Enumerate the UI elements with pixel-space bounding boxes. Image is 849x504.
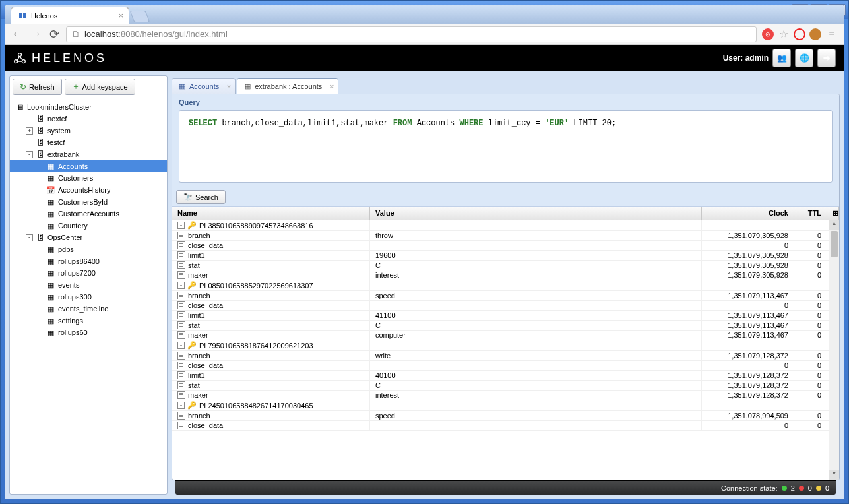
tree-node[interactable]: ▦rollups7200 <box>10 267 167 279</box>
column-header-ttl[interactable]: TTL <box>794 207 827 220</box>
tree-node-label: events_timeline <box>58 305 108 313</box>
splitter-handle[interactable]: … <box>226 194 835 201</box>
scroll-down-button[interactable]: ▼ <box>829 470 839 480</box>
tree-toggle-icon[interactable]: - <box>26 234 33 241</box>
property-name: stat <box>188 381 200 389</box>
grid-property-row[interactable]: close_data00 <box>172 361 839 371</box>
browser-tab-close-icon[interactable]: × <box>118 11 123 20</box>
search-button[interactable]: 🔭Search <box>176 190 226 204</box>
grid-property-row[interactable]: branchspeed1,351,079,113,4670 <box>172 291 839 301</box>
tree-node[interactable]: ▦rollups60 <box>10 327 167 338</box>
tab-close-icon[interactable]: × <box>227 82 231 90</box>
grid-property-row[interactable]: branchwrite1,351,079,128,3720 <box>172 351 839 361</box>
browser-new-tab-button[interactable] <box>130 11 150 22</box>
browser-menu-icon[interactable]: ≡ <box>825 28 838 40</box>
grid-key-row[interactable]: -🔑PL08501065885297022569613307 <box>172 280 839 291</box>
nav-back-button[interactable]: ← <box>11 27 24 41</box>
property-value <box>370 361 702 370</box>
tree-node[interactable]: ▦rollups86400 <box>10 255 167 267</box>
nav-forward-button[interactable]: → <box>29 27 42 41</box>
nav-reload-button[interactable]: ⟳ <box>47 27 61 42</box>
connections-button[interactable]: 🌐 <box>795 49 813 67</box>
tree-node[interactable]: -🗄OpsCenter <box>10 232 167 243</box>
bookmark-star-icon[interactable]: ☆ <box>778 28 790 40</box>
tree-node[interactable]: ▦settings <box>10 315 167 327</box>
scroll-up-button[interactable]: ▲ <box>829 220 839 230</box>
grid-property-row[interactable]: limit1411001,351,079,113,4670 <box>172 311 839 321</box>
grid-property-row[interactable]: makerinterest1,351,079,128,3720 <box>172 391 839 400</box>
tree-node[interactable]: ▦CustomersById <box>10 196 167 208</box>
tree-node[interactable]: 📅AccountsHistory <box>10 184 167 196</box>
refresh-button[interactable]: ↻Refresh <box>13 79 62 95</box>
column-config-button[interactable]: ⊞ <box>827 207 839 220</box>
main-tab[interactable]: ▦Accounts× <box>172 78 236 94</box>
property-value: C <box>370 321 702 330</box>
logout-button[interactable]: ➡ <box>817 49 836 67</box>
tree-node[interactable]: +🗄system <box>10 125 167 137</box>
tree-node[interactable]: ▦Countery <box>10 220 167 232</box>
row-key-name: PL24501065884826714170030465 <box>199 402 313 410</box>
row-toggle-icon[interactable]: - <box>177 222 185 229</box>
tree-toggle-icon[interactable]: - <box>26 151 33 158</box>
extension-icon[interactable] <box>794 28 805 40</box>
column-header-clock[interactable]: Clock <box>702 207 794 220</box>
main-tab[interactable]: ▦extrabank : Accounts× <box>237 78 338 94</box>
tree-node[interactable]: 🗄testcf <box>10 137 167 148</box>
grid-property-row[interactable]: close_data00 <box>172 421 839 431</box>
row-toggle-icon[interactable]: - <box>177 402 185 409</box>
grid-property-row[interactable]: statC1,351,079,305,9280 <box>172 261 839 270</box>
tree-item-icon: 🗄 <box>36 126 45 135</box>
tree-cluster-root[interactable]: 🖥 LookmindersCluster <box>10 101 167 113</box>
grid-property-row[interactable]: branchspeed1,351,078,994,5090 <box>172 411 839 421</box>
tab-close-icon[interactable]: × <box>330 82 334 90</box>
app-logo: HELENOS <box>13 51 107 65</box>
tree-toggle-icon[interactable]: + <box>26 127 33 135</box>
row-toggle-icon[interactable]: - <box>177 282 185 289</box>
grid-property-row[interactable]: statC1,351,079,128,3720 <box>172 381 839 391</box>
property-clock: 1,351,079,128,372 <box>702 371 794 380</box>
grid-property-row[interactable]: makerinterest1,351,079,305,9280 <box>172 270 839 280</box>
property-icon <box>177 381 185 389</box>
grid-property-row[interactable]: limit1196001,351,079,305,9280 <box>172 251 839 261</box>
tree-node[interactable]: ▦events_timeline <box>10 303 167 315</box>
scroll-thumb[interactable] <box>831 231 838 257</box>
column-header-value[interactable]: Value <box>370 207 702 220</box>
grid-property-row[interactable]: close_data00 <box>172 301 839 311</box>
row-toggle-icon[interactable]: - <box>177 342 185 349</box>
query-editor[interactable]: SELECT branch,close_data,limit1,stat,mak… <box>179 110 833 183</box>
tree-node[interactable]: 🗄nextcf <box>10 113 167 125</box>
grid-property-row[interactable]: makercomputer1,351,079,113,4670 <box>172 331 839 340</box>
grid-header: Name Value Clock TTL ⊞ <box>172 207 839 220</box>
tab-label: Accounts <box>189 82 219 90</box>
url-input[interactable]: 🗋 localhost:8080/helenos/gui/index.html <box>66 26 757 42</box>
property-value: speed <box>370 291 702 300</box>
grid-property-row[interactable]: statC1,351,079,113,4670 <box>172 321 839 331</box>
column-header-name[interactable]: Name <box>172 207 370 220</box>
tree-node[interactable]: ▦rollups300 <box>10 291 167 303</box>
tree-node[interactable]: ▦Accounts <box>10 160 167 172</box>
browser-tab[interactable]: Helenos × <box>11 7 129 24</box>
tree-item-icon: 📅 <box>46 185 55 195</box>
extension-cookie-icon[interactable] <box>809 28 821 40</box>
tree-node[interactable]: -🗄extrabank <box>10 148 167 160</box>
tree-node[interactable]: ▦pdps <box>10 243 167 255</box>
property-value: computer <box>370 331 702 340</box>
grid-property-row[interactable]: branchthrow1,351,079,305,9280 <box>172 231 839 241</box>
connection-state-label: Connection state: <box>721 484 778 492</box>
vertical-scrollbar[interactable]: ▲ ▼ <box>829 220 839 480</box>
tree-node[interactable]: ▦CustomerAccounts <box>10 208 167 220</box>
extension-icon[interactable]: ⊘ <box>762 28 774 40</box>
cluster-tree[interactable]: 🖥 LookmindersCluster 🗄nextcf+🗄system🗄tes… <box>10 98 167 494</box>
tab-label: extrabank : Accounts <box>255 82 322 90</box>
grid-key-row[interactable]: -🔑PL24501065884826714170030465 <box>172 400 839 411</box>
grid-key-row[interactable]: -🔑PL38501065889097457348663816 <box>172 220 839 231</box>
results-grid[interactable]: Name Value Clock TTL ⊞ -🔑PL3850106588909… <box>172 207 839 480</box>
users-button[interactable]: 👥 <box>772 49 791 67</box>
grid-property-row[interactable]: limit1401001,351,079,128,3720 <box>172 371 839 381</box>
cluster-icon: 🖥 <box>15 102 24 111</box>
add-keyspace-button[interactable]: ＋Add keyspace <box>65 79 135 95</box>
grid-property-row[interactable]: close_data00 <box>172 241 839 251</box>
tree-node[interactable]: ▦events <box>10 279 167 291</box>
tree-node[interactable]: ▦Customers <box>10 172 167 184</box>
grid-key-row[interactable]: -🔑PL79501065881876412009621203 <box>172 340 839 351</box>
